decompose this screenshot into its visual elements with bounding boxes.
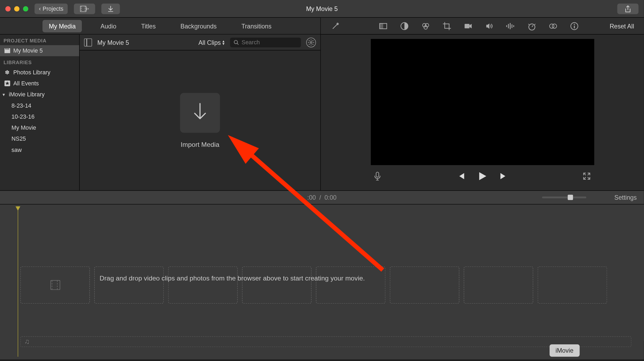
camera-icon bbox=[464, 21, 473, 30]
video-track[interactable] bbox=[20, 267, 624, 304]
sidebar-item-label: 8-23-14 bbox=[12, 102, 31, 109]
sidebar-item-label: 10-23-16 bbox=[12, 113, 35, 120]
disclosure-triangle-icon[interactable]: ▼ bbox=[2, 92, 6, 97]
import-media-button[interactable] bbox=[180, 93, 220, 132]
svg-line-17 bbox=[309, 44, 310, 45]
sidebar-item-label: Photos Library bbox=[13, 69, 50, 76]
color-balance-button[interactable] bbox=[378, 21, 388, 31]
clips-filter-label: All Clips bbox=[198, 39, 221, 46]
svg-point-33 bbox=[552, 24, 557, 28]
enhance-button[interactable] bbox=[331, 21, 340, 31]
volume-icon bbox=[485, 21, 494, 30]
import-media-area[interactable]: Import Media bbox=[80, 50, 320, 190]
timeline[interactable]: Drag and drop video clips and photos fro… bbox=[0, 205, 644, 359]
color-balance-icon bbox=[400, 21, 409, 30]
sidebar-event[interactable]: 8-23-14 bbox=[0, 100, 79, 111]
tab-transitions[interactable]: Transitions bbox=[235, 20, 278, 32]
media-filmstrip-button[interactable] bbox=[74, 3, 95, 14]
info-button[interactable] bbox=[569, 21, 579, 31]
sidebar-all-events[interactable]: All Events bbox=[0, 78, 79, 89]
sidebar-event[interactable]: My Movie bbox=[0, 122, 79, 133]
audio-track[interactable]: ♫ bbox=[20, 336, 631, 347]
svg-rect-2 bbox=[81, 8, 82, 9]
search-icon bbox=[234, 40, 239, 45]
sidebar-project-item[interactable]: My Movie 5 bbox=[0, 45, 79, 56]
clip-placeholder[interactable] bbox=[168, 267, 238, 304]
crop-icon bbox=[442, 21, 451, 30]
browser-settings-button[interactable] bbox=[306, 37, 316, 47]
next-button[interactable] bbox=[500, 172, 508, 180]
speed-button[interactable] bbox=[527, 21, 537, 31]
playhead[interactable] bbox=[18, 206, 18, 357]
clip-filter-button[interactable] bbox=[548, 21, 558, 31]
close-window-button[interactable] bbox=[5, 6, 11, 11]
tab-backgrounds[interactable]: Backgrounds bbox=[174, 20, 223, 32]
media-browser: My Movie 5 All Clips ▴▾ Search bbox=[80, 35, 320, 190]
color-wheel-button[interactable] bbox=[421, 21, 430, 31]
color-correction-button[interactable] bbox=[400, 21, 409, 31]
timeline-zoom-slider[interactable] bbox=[542, 196, 586, 198]
viewer bbox=[321, 35, 644, 190]
speed-icon bbox=[528, 21, 536, 30]
clip-placeholder[interactable] bbox=[464, 267, 533, 304]
sidebar-event[interactable]: NS25 bbox=[0, 133, 79, 144]
sidebar-imovie-library[interactable]: ▼ iMovie Library bbox=[0, 89, 79, 100]
reset-all-button[interactable]: Reset All bbox=[610, 22, 634, 29]
inspector-toolbar: Reset All bbox=[321, 18, 644, 35]
previous-button[interactable] bbox=[457, 172, 465, 180]
play-button[interactable] bbox=[477, 171, 487, 181]
media-tabs: My Media Audio Titles Backgrounds Transi… bbox=[0, 18, 320, 35]
tab-titles[interactable]: Titles bbox=[135, 20, 162, 32]
timecode-display: :00 / 0:00 bbox=[307, 194, 336, 201]
maximize-window-button[interactable] bbox=[23, 6, 28, 11]
clip-placeholder[interactable] bbox=[390, 267, 459, 304]
svg-rect-25 bbox=[464, 24, 469, 28]
browser-project-name: My Movie 5 bbox=[97, 39, 129, 46]
sidebar-item-label: NS25 bbox=[12, 136, 26, 142]
sidebar-event[interactable]: saw bbox=[0, 144, 79, 155]
sidebar-item-label: All Events bbox=[13, 80, 39, 87]
project-media-header: PROJECT MEDIA bbox=[0, 35, 79, 45]
clip-placeholder[interactable] bbox=[242, 267, 312, 304]
import-button[interactable] bbox=[101, 3, 120, 14]
playback-controls bbox=[321, 171, 644, 181]
clip-placeholder[interactable] bbox=[316, 267, 385, 304]
window-controls bbox=[5, 6, 28, 11]
import-media-label: Import Media bbox=[181, 141, 219, 148]
clapperboard-icon bbox=[4, 48, 10, 53]
magic-wand-icon bbox=[331, 21, 340, 30]
svg-point-9 bbox=[234, 40, 238, 44]
music-note-icon: ♫ bbox=[24, 338, 30, 346]
sidebar-photos-library[interactable]: ✽ Photos Library bbox=[0, 67, 79, 78]
svg-rect-36 bbox=[574, 25, 575, 28]
download-arrow-icon bbox=[191, 103, 209, 123]
minimize-window-button[interactable] bbox=[14, 6, 20, 11]
toggle-sidebar-button[interactable] bbox=[84, 38, 92, 46]
clip-placeholder[interactable] bbox=[20, 267, 90, 304]
svg-rect-37 bbox=[376, 172, 379, 177]
crop-button[interactable] bbox=[442, 21, 452, 31]
share-button[interactable] bbox=[617, 3, 638, 14]
voiceover-button[interactable] bbox=[374, 172, 381, 181]
projects-back-button[interactable]: ‹ Projects bbox=[35, 3, 68, 14]
slider-thumb[interactable] bbox=[568, 195, 573, 200]
sidebar-item-label: My Movie bbox=[12, 124, 36, 131]
titlebar: ‹ Projects My Movie 5 bbox=[0, 0, 644, 18]
tab-my-media[interactable]: My Media bbox=[43, 20, 82, 32]
sidebar-event[interactable]: 10-23-16 bbox=[0, 111, 79, 122]
fullscreen-button[interactable] bbox=[583, 172, 591, 180]
volume-button[interactable] bbox=[485, 21, 494, 31]
clip-placeholder[interactable] bbox=[538, 267, 607, 304]
search-input[interactable]: Search bbox=[230, 37, 301, 47]
tab-audio[interactable]: Audio bbox=[94, 20, 122, 32]
flower-icon: ✽ bbox=[4, 70, 10, 75]
timeline-hint: Drag and drop video clips and photos fro… bbox=[100, 274, 365, 282]
timeline-settings-button[interactable]: Settings bbox=[614, 194, 636, 201]
clip-placeholder[interactable] bbox=[94, 267, 164, 304]
sidebar-item-label: iMovie Library bbox=[9, 91, 45, 98]
stabilization-button[interactable] bbox=[463, 21, 473, 31]
noise-reduction-button[interactable] bbox=[506, 21, 515, 31]
svg-rect-1 bbox=[81, 6, 82, 7]
clips-filter-dropdown[interactable]: All Clips ▴▾ bbox=[198, 39, 225, 46]
viewer-canvas[interactable] bbox=[371, 39, 594, 165]
